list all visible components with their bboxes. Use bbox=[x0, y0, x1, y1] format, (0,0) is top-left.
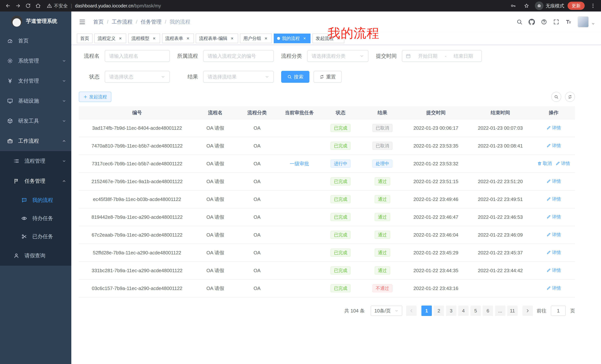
result-select[interactable]: 请选择流结果 bbox=[203, 71, 274, 83]
browser-chrome: 不安全 | dashboard.yudao.iocoder.cn/bpm/tas… bbox=[0, 0, 601, 11]
process-id-input[interactable]: 请输入流程定义的编号 bbox=[203, 50, 274, 62]
close-icon[interactable]: × bbox=[302, 36, 307, 41]
sidebar-item[interactable]: 首页 bbox=[0, 31, 71, 51]
chevron-down-icon[interactable] bbox=[591, 22, 595, 26]
sidebar-item[interactable]: 系统管理 bbox=[0, 51, 71, 71]
tab-item[interactable]: 流程定义× bbox=[94, 34, 126, 43]
cell-current-task bbox=[279, 262, 320, 279]
detail-button[interactable]: 详情 bbox=[546, 285, 561, 291]
close-icon[interactable]: × bbox=[230, 36, 235, 41]
refresh-table-button[interactable] bbox=[565, 92, 575, 102]
browser-reload-icon[interactable] bbox=[23, 1, 33, 11]
cancel-button[interactable]: 取消 bbox=[537, 161, 552, 166]
detail-button[interactable]: 详情 bbox=[546, 214, 561, 220]
close-icon[interactable]: × bbox=[185, 36, 190, 41]
sidebar-item[interactable]: 待办任务 bbox=[0, 209, 71, 228]
page-size-select[interactable]: 10条/页 bbox=[371, 306, 402, 316]
detail-button[interactable]: 详情 bbox=[546, 232, 561, 238]
status-tag: 已完成 bbox=[331, 177, 351, 185]
show-search-button[interactable] bbox=[551, 92, 561, 102]
detail-button[interactable]: 详情 bbox=[546, 267, 561, 273]
cell-id: ec45f38f-7b9a-11ec-b03b-acde48001122 bbox=[79, 190, 195, 208]
cell-result: 通过 bbox=[361, 244, 403, 262]
close-icon[interactable]: × bbox=[263, 36, 269, 41]
tab-item[interactable]: 用户分组× bbox=[240, 34, 272, 43]
cell-result: 已取消 bbox=[361, 137, 403, 155]
sidebar-item[interactable]: 研发工具 bbox=[0, 111, 71, 131]
breadcrumb-item[interactable]: 任务管理 bbox=[141, 18, 161, 25]
header-search-icon[interactable] bbox=[516, 19, 523, 25]
fullscreen-icon[interactable] bbox=[553, 19, 559, 25]
breadcrumb-item[interactable]: 首页 bbox=[93, 18, 104, 25]
tab-item[interactable]: 首页 bbox=[77, 34, 92, 43]
browser-menu-kebab-icon[interactable] bbox=[588, 1, 598, 11]
page-number-button[interactable]: 6 bbox=[483, 306, 493, 316]
close-icon[interactable]: × bbox=[151, 36, 157, 41]
process-name-input[interactable]: 请输入流程名 bbox=[105, 50, 170, 62]
url-bar[interactable]: dashboard.yudao.iocoder.cn/bpm/task/my bbox=[75, 3, 161, 9]
page-number-button[interactable]: 11 bbox=[507, 306, 518, 316]
page-number-button[interactable]: 4 bbox=[458, 306, 469, 316]
cell-end-time: 2022-01-22 23:45:37 bbox=[468, 244, 532, 262]
result-tag: 处理中 bbox=[372, 160, 392, 168]
start-date-input[interactable]: 开始日期 bbox=[413, 53, 442, 59]
close-icon[interactable]: × bbox=[118, 36, 123, 41]
sidebar-item[interactable]: 支付管理 bbox=[0, 71, 71, 91]
detail-button[interactable]: 详情 bbox=[546, 249, 561, 256]
sidebar-item[interactable]: 任务管理 bbox=[0, 171, 71, 191]
date-range-picker[interactable]: 开始日期 - 结束日期 bbox=[402, 50, 482, 62]
status-select[interactable]: 请选择状态 bbox=[105, 71, 170, 83]
detail-button[interactable]: 详情 bbox=[546, 178, 561, 184]
hamburger-icon[interactable] bbox=[77, 18, 87, 25]
prev-page-button[interactable] bbox=[406, 306, 417, 316]
sidebar-item[interactable]: 我的流程 bbox=[0, 191, 71, 209]
page-number-button[interactable]: 1 bbox=[421, 306, 432, 316]
github-icon[interactable] bbox=[529, 19, 535, 25]
sidebar-item[interactable]: 基础设施 bbox=[0, 91, 71, 111]
browser-back-icon[interactable] bbox=[3, 1, 13, 11]
chevron-down-icon bbox=[161, 75, 165, 79]
password-key-icon[interactable] bbox=[508, 1, 518, 11]
cell-result: 处理中 bbox=[361, 155, 403, 172]
task-link[interactable]: 一级审批 bbox=[290, 161, 309, 166]
browser-forward-icon[interactable] bbox=[13, 1, 23, 11]
detail-button[interactable]: 详情 bbox=[555, 161, 570, 166]
logo[interactable]: 芋道管理系统 bbox=[0, 11, 71, 31]
sidebar-item[interactable]: 请假查询 bbox=[0, 246, 71, 266]
sidebar-item[interactable]: 流程管理 bbox=[0, 151, 71, 171]
column-header: 提交时间 bbox=[403, 106, 468, 119]
page-number-button[interactable]: 3 bbox=[446, 306, 456, 316]
more-pages-button[interactable]: ... bbox=[495, 306, 505, 316]
category-select[interactable]: 请选择流程分类 bbox=[307, 50, 369, 62]
end-date-input[interactable]: 结束日期 bbox=[449, 53, 478, 59]
bookmark-star-icon[interactable] bbox=[521, 1, 531, 11]
status-tag: 进行中 bbox=[331, 160, 351, 168]
goto-page-input[interactable]: 1 bbox=[551, 306, 566, 316]
detail-button[interactable]: 详情 bbox=[546, 125, 561, 131]
tab-item[interactable]: 流程表单× bbox=[162, 34, 194, 43]
cell-category: OA bbox=[235, 226, 279, 244]
browser-home-icon[interactable] bbox=[33, 1, 43, 11]
breadcrumb-separator: / bbox=[136, 19, 137, 25]
breadcrumb-item[interactable]: 工作流程 bbox=[112, 18, 133, 25]
font-size-icon[interactable] bbox=[565, 19, 572, 25]
page-number-button[interactable]: 5 bbox=[471, 306, 481, 316]
sidebar-item[interactable]: 已办任务 bbox=[0, 228, 71, 246]
search-button[interactable]: 搜索 bbox=[281, 71, 310, 83]
avatar[interactable] bbox=[578, 16, 589, 28]
start-process-button[interactable]: 发起流程 bbox=[79, 92, 111, 102]
page-number-button[interactable]: 2 bbox=[434, 306, 444, 316]
sidebar-item[interactable]: 工作流程 bbox=[0, 131, 71, 151]
tab-item[interactable]: 我的流程× bbox=[274, 34, 311, 43]
cell-result: 通过 bbox=[361, 172, 403, 190]
tab-item[interactable]: 流程表单-编辑× bbox=[196, 34, 238, 43]
docs-help-icon[interactable] bbox=[541, 19, 547, 25]
site-security-badge[interactable]: 不安全 bbox=[47, 3, 68, 9]
next-page-button[interactable] bbox=[522, 306, 533, 316]
detail-button[interactable]: 详情 bbox=[546, 143, 561, 149]
total-count: 共 104 条 bbox=[344, 308, 365, 314]
detail-button[interactable]: 详情 bbox=[546, 196, 561, 202]
tab-item[interactable]: 流程模型× bbox=[128, 34, 160, 43]
update-button[interactable]: 更新 bbox=[568, 2, 585, 10]
reset-button[interactable]: 重置 bbox=[313, 71, 342, 83]
